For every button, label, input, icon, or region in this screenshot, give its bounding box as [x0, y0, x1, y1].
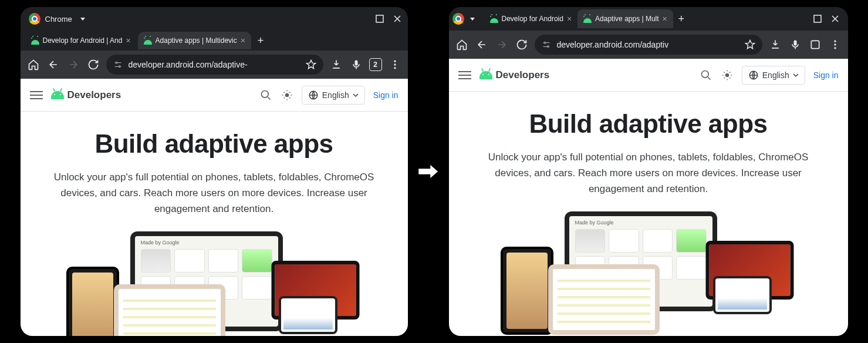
- svg-point-2: [119, 66, 120, 68]
- site-header: Developers English Sign in: [21, 79, 408, 112]
- signin-link[interactable]: Sign in: [813, 70, 839, 80]
- svg-point-11: [544, 42, 546, 43]
- android-head-icon: [51, 91, 64, 99]
- svg-rect-3: [354, 60, 357, 65]
- developers-logo[interactable]: Developers: [51, 89, 121, 101]
- chrome-logo-icon: [29, 13, 40, 25]
- developers-logo[interactable]: Developers: [479, 69, 550, 81]
- brand-text: Developers: [67, 89, 121, 101]
- hero-subtitle: Unlock your app's full potential on phon…: [38, 169, 390, 217]
- tab-label: Develop for Android: [502, 15, 563, 23]
- reload-button[interactable]: [86, 58, 100, 72]
- language-selector[interactable]: English: [742, 66, 805, 85]
- hero-subtitle: Unlock your app's full potential on phon…: [472, 149, 825, 197]
- svg-point-5: [394, 63, 396, 65]
- titlebar: Chrome: [21, 7, 408, 31]
- svg-point-18: [701, 70, 708, 78]
- browser-window-right: Develop for Android × Adaptive apps | Mu…: [449, 7, 848, 336]
- mic-button[interactable]: [788, 38, 802, 52]
- tabstrip: Develop for Android | And × Adaptive app…: [21, 31, 408, 51]
- site-settings-icon: [113, 60, 123, 69]
- android-favicon-icon: [490, 15, 498, 23]
- home-button[interactable]: [26, 58, 40, 72]
- page-content: Developers English Sign in Build adaptiv…: [21, 79, 408, 336]
- more-menu-button[interactable]: [828, 38, 842, 52]
- app-menu-chevron[interactable]: [467, 13, 478, 25]
- forward-button[interactable]: [495, 38, 509, 52]
- close-window-button[interactable]: [391, 13, 403, 25]
- svg-point-1: [116, 62, 117, 63]
- mic-button[interactable]: [349, 58, 363, 72]
- transition-arrow-icon: [414, 157, 443, 186]
- chrome-logo-icon: [452, 13, 464, 25]
- tab-develop-for-android[interactable]: Develop for Android | And ×: [25, 32, 137, 49]
- svg-point-15: [834, 40, 836, 42]
- home-button[interactable]: [455, 38, 469, 52]
- hero: Build adaptive apps Unlock your app's fu…: [449, 92, 848, 336]
- signin-link[interactable]: Sign in: [373, 90, 398, 100]
- forward-button[interactable]: [66, 58, 80, 72]
- theme-toggle-button[interactable]: [721, 69, 734, 82]
- more-menu-button[interactable]: [388, 58, 402, 72]
- chevron-down-icon: [470, 18, 475, 21]
- url-text: developer.android.com/adaptiv: [557, 40, 739, 49]
- site-header: Developers English Sign in: [449, 59, 848, 92]
- theme-toggle-button[interactable]: [281, 89, 293, 102]
- tab-label: Adaptive apps | Multidevic: [156, 36, 237, 45]
- language-selector[interactable]: English: [302, 86, 365, 105]
- close-tab-icon[interactable]: ×: [567, 14, 572, 23]
- android-favicon-icon: [31, 36, 39, 45]
- titlebar: Develop for Android × Adaptive apps | Mu…: [449, 7, 848, 31]
- tab-label: Develop for Android | And: [43, 36, 123, 45]
- svg-point-8: [285, 93, 289, 97]
- tab-count-badge[interactable]: 2: [369, 58, 382, 71]
- language-label: English: [762, 70, 789, 80]
- reload-button[interactable]: [515, 38, 529, 52]
- svg-point-16: [834, 43, 836, 45]
- tab-adaptive-apps[interactable]: Adaptive apps | Mult ×: [577, 9, 673, 28]
- download-button[interactable]: [768, 38, 782, 52]
- svg-rect-14: [811, 41, 819, 48]
- svg-rect-0: [376, 15, 383, 22]
- star-icon[interactable]: [306, 59, 316, 70]
- page-content: Developers English Sign in Build adaptiv…: [449, 59, 848, 336]
- hamburger-menu-button[interactable]: [458, 69, 471, 82]
- app-name: Chrome: [45, 15, 72, 23]
- tab-switcher-button[interactable]: [808, 38, 822, 52]
- omnibox[interactable]: developer.android.com/adaptiv: [535, 35, 762, 55]
- new-tab-button[interactable]: +: [673, 11, 690, 27]
- app-menu-chevron[interactable]: [77, 13, 89, 25]
- close-window-button[interactable]: [829, 13, 841, 25]
- new-tab-button[interactable]: +: [252, 32, 269, 49]
- chevron-down-icon: [80, 18, 85, 21]
- star-icon[interactable]: [745, 39, 755, 50]
- back-button[interactable]: [46, 58, 60, 72]
- chevron-down-icon: [793, 72, 799, 78]
- site-settings-icon: [542, 40, 551, 49]
- tab-label: Adaptive apps | Mult: [595, 15, 659, 23]
- chevron-down-icon: [353, 92, 359, 98]
- tab-adaptive-apps[interactable]: Adaptive apps | Multidevic ×: [138, 32, 251, 49]
- close-tab-icon[interactable]: ×: [663, 14, 667, 23]
- search-button[interactable]: [259, 89, 272, 102]
- tab-develop-for-android[interactable]: Develop for Android ×: [484, 9, 578, 28]
- close-tab-icon[interactable]: ×: [241, 36, 245, 45]
- svg-point-12: [547, 46, 549, 48]
- svg-point-6: [394, 67, 396, 69]
- maximize-button[interactable]: [812, 13, 823, 25]
- hamburger-menu-button[interactable]: [30, 89, 43, 102]
- svg-point-7: [261, 90, 268, 97]
- download-button[interactable]: [329, 58, 343, 72]
- back-button[interactable]: [475, 38, 489, 52]
- maximize-button[interactable]: [374, 13, 386, 25]
- omnibox[interactable]: developer.android.com/adaptive-: [106, 55, 323, 75]
- svg-rect-13: [793, 40, 796, 45]
- close-tab-icon[interactable]: ×: [126, 36, 130, 45]
- svg-point-17: [834, 47, 836, 49]
- toolbar: developer.android.com/adaptive- 2: [21, 51, 408, 79]
- search-button[interactable]: [700, 69, 712, 82]
- globe-icon: [308, 90, 319, 100]
- hero-title: Build adaptive apps: [35, 129, 394, 159]
- brand-text: Developers: [496, 69, 550, 81]
- language-label: English: [322, 90, 349, 100]
